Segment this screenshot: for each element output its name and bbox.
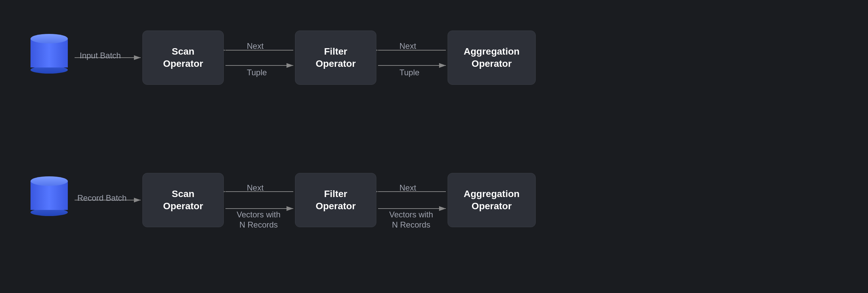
row2-next1-label: Next [247, 182, 263, 193]
diagram-container: Input Batch Scan Operator Filter Operato… [0, 0, 868, 293]
row2-aggregation-operator: Aggregation Operator [448, 173, 536, 227]
row2-vectors1-label: Vectors withN Records [237, 210, 280, 230]
cylinder-row2 [31, 176, 68, 216]
row1-next2-label: Next [399, 41, 416, 51]
row1-aggregation-operator: Aggregation Operator [448, 31, 536, 85]
arrows-svg [0, 0, 868, 293]
row1-tuple2-label: Tuple [399, 67, 419, 78]
row1-tuple1-label: Tuple [247, 67, 267, 78]
row1-scan-operator: Scan Operator [142, 31, 224, 85]
row2-scan-operator: Scan Operator [142, 173, 224, 227]
row2-input-label: Record Batch [77, 193, 126, 203]
row1-filter-operator: Filter Operator [295, 31, 376, 85]
row1-input-label: Input Batch [80, 50, 121, 61]
row1-next1-label: Next [247, 41, 263, 51]
cylinder-row1 [31, 34, 68, 74]
row2-filter-operator: Filter Operator [295, 173, 376, 227]
row2-vectors2-label: Vectors withN Records [389, 210, 433, 230]
row2-next2-label: Next [399, 182, 416, 193]
